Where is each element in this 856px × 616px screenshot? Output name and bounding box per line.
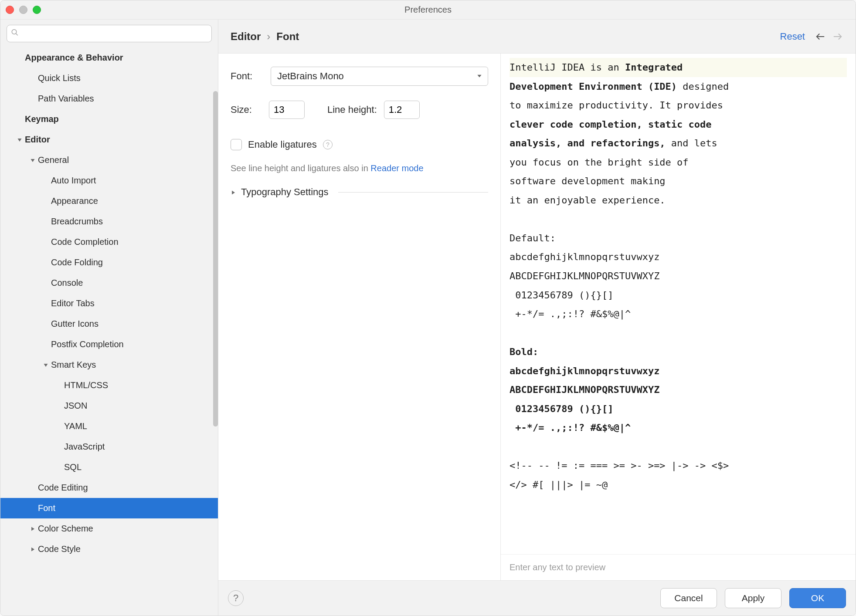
expand-arrow-icon[interactable]	[43, 362, 49, 368]
reader-mode-hint: See line height and ligatures also in Re…	[231, 163, 488, 173]
tree-item[interactable]: Code Folding	[0, 252, 218, 273]
expand-arrow-icon[interactable]	[30, 547, 36, 552]
tree-item[interactable]: Postfix Completion	[0, 334, 218, 355]
tree-item-label: JSON	[64, 401, 87, 411]
search-input[interactable]	[7, 25, 212, 42]
tree-item[interactable]: Quick Lists	[0, 68, 218, 88]
svg-marker-10	[232, 190, 235, 194]
svg-marker-6	[31, 547, 34, 551]
tree-item[interactable]: Appearance & Behavior	[0, 47, 218, 68]
tree-item[interactable]: JSON	[0, 396, 218, 416]
preview-placeholder[interactable]: Enter any text to preview	[501, 554, 856, 580]
chevron-down-icon	[476, 73, 482, 80]
tree-item[interactable]: Editor Tabs	[0, 293, 218, 314]
tree-item-label: General	[38, 155, 69, 165]
settings-tree[interactable]: Appearance & BehaviorQuick ListsPath Var…	[0, 47, 218, 616]
font-preview: IntelliJ IDEA is an Integrated Developme…	[501, 54, 856, 580]
preview-text-area[interactable]: IntelliJ IDEA is an Integrated Developme…	[501, 54, 856, 554]
reset-link[interactable]: Reset	[780, 31, 805, 42]
expand-arrow-icon[interactable]	[30, 158, 36, 163]
size-label: Size:	[231, 104, 262, 115]
main-panel: Editor › Font Reset Font:	[218, 20, 856, 616]
dialog-footer: ? Cancel Apply OK	[218, 581, 856, 616]
tree-item[interactable]: Code Style	[0, 539, 218, 559]
reader-mode-link[interactable]: Reader mode	[370, 163, 423, 173]
tree-item[interactable]: Path Variables	[0, 88, 218, 109]
svg-marker-3	[31, 159, 35, 162]
tree-item[interactable]: General	[0, 150, 218, 170]
back-button[interactable]	[815, 32, 826, 41]
typography-settings-toggle[interactable]: Typography Settings	[231, 186, 488, 198]
tree-item-label: Keymap	[25, 114, 59, 124]
settings-search[interactable]	[7, 25, 212, 42]
tree-item-label: Appearance	[51, 196, 98, 206]
help-button[interactable]: ?	[228, 590, 244, 606]
tree-item[interactable]: Keymap	[0, 109, 218, 129]
font-select-value: JetBrains Mono	[277, 71, 344, 82]
ligatures-checkbox[interactable]	[231, 139, 242, 150]
tree-item-label: Color Scheme	[38, 524, 93, 534]
tree-item-label: Path Variables	[38, 94, 94, 104]
tree-item[interactable]: Gutter Icons	[0, 314, 218, 334]
tree-item[interactable]: Code Completion	[0, 232, 218, 252]
tree-item-label: JavaScript	[64, 442, 105, 452]
chevron-right-icon: ›	[267, 30, 270, 43]
window-title: Preferences	[404, 5, 452, 15]
tree-item-label: YAML	[64, 421, 87, 431]
svg-marker-9	[477, 74, 481, 77]
breadcrumb: Editor › Font	[231, 30, 299, 43]
expand-arrow-icon[interactable]	[17, 137, 23, 142]
tree-item[interactable]: Editor	[0, 129, 218, 150]
tree-item[interactable]: Color Scheme	[0, 518, 218, 539]
tree-item-label: Font	[38, 503, 55, 513]
tree-item-label: Editor Tabs	[51, 298, 95, 308]
tree-item[interactable]: SQL	[0, 457, 218, 477]
maximize-icon[interactable]	[33, 6, 41, 14]
tree-item[interactable]: Appearance	[0, 191, 218, 211]
expand-arrow-icon[interactable]	[30, 526, 36, 531]
tree-item-label: Code Editing	[38, 483, 88, 493]
apply-button[interactable]: Apply	[725, 588, 781, 608]
svg-marker-2	[18, 139, 22, 142]
chevron-right-icon	[231, 187, 236, 197]
tree-item-label: Code Folding	[51, 257, 103, 267]
tree-item[interactable]: HTML/CSS	[0, 375, 218, 396]
tree-item-label: Auto Import	[51, 176, 96, 186]
breadcrumb-root[interactable]: Editor	[231, 30, 261, 43]
window-controls	[6, 6, 41, 14]
font-select[interactable]: JetBrains Mono	[271, 67, 488, 86]
tree-item[interactable]: Smart Keys	[0, 355, 218, 375]
close-icon[interactable]	[6, 6, 14, 14]
breadcrumb-current: Font	[276, 30, 299, 43]
font-settings: Font: JetBrains Mono Size: Line height:	[218, 54, 501, 580]
ok-button[interactable]: OK	[789, 588, 846, 608]
tree-item[interactable]: Font	[0, 498, 218, 518]
ligatures-label: Enable ligatures	[248, 139, 317, 150]
main-header: Editor › Font Reset	[218, 20, 856, 54]
minimize-icon[interactable]	[19, 6, 27, 14]
tree-item[interactable]: Console	[0, 273, 218, 293]
titlebar: Preferences	[0, 0, 856, 20]
svg-marker-4	[44, 364, 48, 367]
tree-item-label: SQL	[64, 462, 82, 472]
line-height-input[interactable]	[384, 101, 420, 119]
tree-item-label: Smart Keys	[51, 360, 96, 370]
size-input[interactable]	[269, 101, 305, 119]
tree-item-label: Postfix Completion	[51, 339, 124, 349]
tree-item-label: Quick Lists	[38, 73, 81, 83]
tree-item[interactable]: Breadcrumbs	[0, 211, 218, 232]
tree-item-label: Console	[51, 278, 83, 288]
tree-item[interactable]: Code Editing	[0, 477, 218, 498]
tree-item-label: Breadcrumbs	[51, 217, 103, 227]
tree-item[interactable]: JavaScript	[0, 437, 218, 457]
tree-item-label: Code Completion	[51, 237, 119, 247]
line-height-label: Line height:	[327, 104, 377, 115]
tree-item[interactable]: Auto Import	[0, 170, 218, 191]
sidebar-scrollbar[interactable]	[213, 91, 218, 426]
font-label: Font:	[231, 71, 262, 82]
cancel-button[interactable]: Cancel	[660, 588, 717, 608]
tree-item[interactable]: YAML	[0, 416, 218, 437]
help-icon[interactable]: ?	[323, 140, 333, 149]
history-nav	[815, 32, 843, 41]
tree-item-label: HTML/CSS	[64, 380, 108, 390]
